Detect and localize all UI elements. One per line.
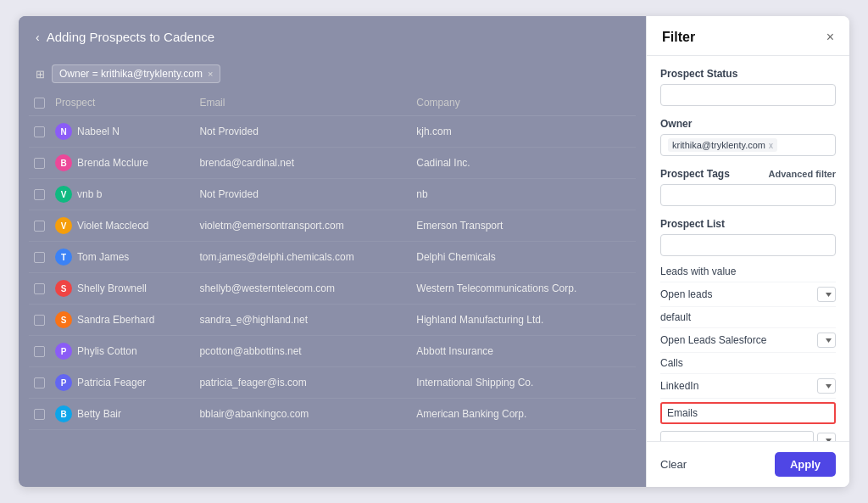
table-row: S Shelly Brownell shellyb@westerntelecom… (29, 273, 636, 305)
prospect-name: Shelly Brownell (77, 282, 147, 294)
prospect-email: bblair@abankingco.com (194, 399, 411, 430)
filter-tag-close-icon[interactable]: × (208, 69, 213, 79)
prospect-status-input[interactable] (660, 84, 836, 106)
select-all-checkbox[interactable] (34, 98, 45, 109)
prospect-name: Violet Maccleod (77, 220, 149, 232)
prospect-list-section: Prospect List Leads with value Open lead… (660, 218, 836, 441)
table-row: P Phylis Cotton pcotton@abbottins.net Ab… (29, 336, 636, 367)
prospect-name: Tom James (77, 251, 129, 263)
prospect-list-label: Prospect List (660, 218, 836, 230)
prospect-initial: B (55, 405, 72, 422)
prospect-company: Emerson Transport (411, 210, 636, 242)
filter-panel-header: Filter × (647, 16, 849, 56)
left-panel: ‹ Adding Prospects to Cadence ⊞ Owner = … (19, 16, 646, 487)
row-checkbox[interactable] (34, 252, 45, 263)
row-checkbox[interactable] (34, 126, 45, 137)
prospect-email: tom.james@delphi.chemicals.com (194, 242, 411, 273)
prospect-tags-section: Prospect Tags Advanced filter (660, 168, 836, 206)
row-checkbox[interactable] (34, 346, 45, 357)
list-item-label: Leads with value (660, 265, 736, 277)
list-item-leads-with-value: Leads with value (660, 261, 836, 282)
prospect-name: Betty Bair (77, 408, 121, 420)
row-checkbox[interactable] (34, 377, 45, 388)
owner-input-wrapper[interactable]: krithika@tryklenty.com x (660, 134, 836, 156)
row-checkbox[interactable] (34, 189, 45, 200)
table-row: B Betty Bair bblair@abankingco.com Ameri… (29, 399, 636, 430)
active-filter-tag: Owner = krithika@tryklenty.com × (52, 64, 220, 83)
owner-tag-value: krithika@tryklenty.com (672, 140, 765, 150)
list-item-label: default (660, 311, 691, 323)
prospect-list-search-input[interactable] (660, 234, 836, 256)
apply-button[interactable]: Apply (775, 452, 836, 477)
emails-label: Emails (667, 407, 698, 419)
row-checkbox[interactable] (34, 283, 45, 294)
prospect-cell: P Patricia Feager (55, 374, 189, 391)
back-icon[interactable]: ‹ (36, 31, 40, 44)
list-item-open-leads: Open leads (660, 282, 836, 307)
table-row: P Patricia Feager patricia_feager@is.com… (29, 367, 636, 399)
list-item-calls: Calls (660, 353, 836, 374)
prospect-company: Delphi Chemicals (411, 242, 636, 273)
filter-panel-title: Filter (662, 30, 695, 45)
list-item-emails[interactable]: Emails (660, 402, 836, 424)
prospect-cell: P Phylis Cotton (55, 343, 189, 360)
row-checkbox[interactable] (34, 158, 45, 169)
blank-list-input[interactable] (660, 431, 814, 441)
prospect-email: patricia_feager@is.com (194, 367, 411, 399)
column-prospect: Prospect (50, 90, 194, 116)
filter-footer: Clear Apply (647, 441, 849, 487)
table-row: V vnb b Not Provided nb (29, 179, 636, 210)
owner-tag: krithika@tryklenty.com x (668, 138, 777, 152)
row-checkbox[interactable] (34, 409, 45, 420)
prospects-table-container: Prospect Email Company N Nabeel N Not Pr… (19, 90, 646, 487)
prospect-email: sandra_e@highland.net (194, 305, 411, 336)
prospect-company: International Shipping Co. (411, 367, 636, 399)
table-row: S Sandra Eberhard sandra_e@highland.net … (29, 305, 636, 336)
prospect-company: kjh.com (411, 116, 636, 148)
prospect-initial: N (55, 123, 72, 140)
prospect-tags-input[interactable] (660, 184, 836, 206)
clear-button[interactable]: Clear (660, 458, 687, 471)
prospect-initial: P (55, 343, 72, 360)
prospect-cell: N Nabeel N (55, 123, 189, 140)
prospect-initial: P (55, 374, 72, 391)
prospect-status-section: Prospect Status (660, 68, 836, 106)
column-company: Company (411, 90, 636, 116)
prospect-company: Abbott Insurance (411, 336, 636, 367)
prospect-tags-label: Prospect Tags (660, 168, 730, 180)
prospect-cell: S Sandra Eberhard (55, 311, 189, 328)
prospect-cell: S Shelly Brownell (55, 280, 189, 297)
prospect-company: American Banking Corp. (411, 399, 636, 430)
main-container: ‹ Adding Prospects to Cadence ⊞ Owner = … (19, 16, 849, 487)
list-item-label: Open Leads Salesforce (660, 334, 766, 346)
filter-close-button[interactable]: × (826, 31, 834, 44)
prospect-cell: V Violet Maccleod (55, 217, 189, 234)
row-checkbox[interactable] (34, 315, 45, 326)
open-leads-salesforce-select[interactable] (817, 333, 836, 348)
table-row: T Tom James tom.james@delphi.chemicals.c… (29, 242, 636, 273)
list-item-label: Open leads (660, 288, 712, 300)
filter-panel: Filter × Prospect Status Owner krithika@… (646, 16, 849, 487)
blank-select[interactable] (817, 433, 836, 441)
column-email: Email (194, 90, 411, 116)
owner-section: Owner krithika@tryklenty.com x (660, 118, 836, 156)
prospect-initial: S (55, 280, 72, 297)
row-checkbox[interactable] (34, 221, 45, 232)
prospect-company: Highland Manufacturing Ltd. (411, 305, 636, 336)
prospect-name: Brenda Mcclure (77, 157, 148, 169)
prospect-email: Not Provided (194, 179, 411, 210)
prospect-email: violetm@emersontransport.com (194, 210, 411, 242)
advanced-filter-link[interactable]: Advanced filter (769, 169, 836, 179)
left-header: ‹ Adding Prospects to Cadence (19, 16, 646, 58)
open-leads-select[interactable] (817, 287, 836, 302)
prospect-email: shellyb@westerntelecom.com (194, 273, 411, 305)
prospect-email: Not Provided (194, 116, 411, 148)
owner-tag-remove[interactable]: x (769, 141, 773, 150)
list-item-open-leads-salesforce: Open Leads Salesforce (660, 328, 836, 353)
prospect-name: Phylis Cotton (77, 345, 137, 357)
prospect-initial: S (55, 311, 72, 328)
prospect-email: brenda@cardinal.net (194, 148, 411, 179)
prospect-name: vnb b (77, 188, 102, 200)
linkedin-select[interactable] (817, 378, 836, 394)
list-item-label: LinkedIn (660, 380, 698, 392)
